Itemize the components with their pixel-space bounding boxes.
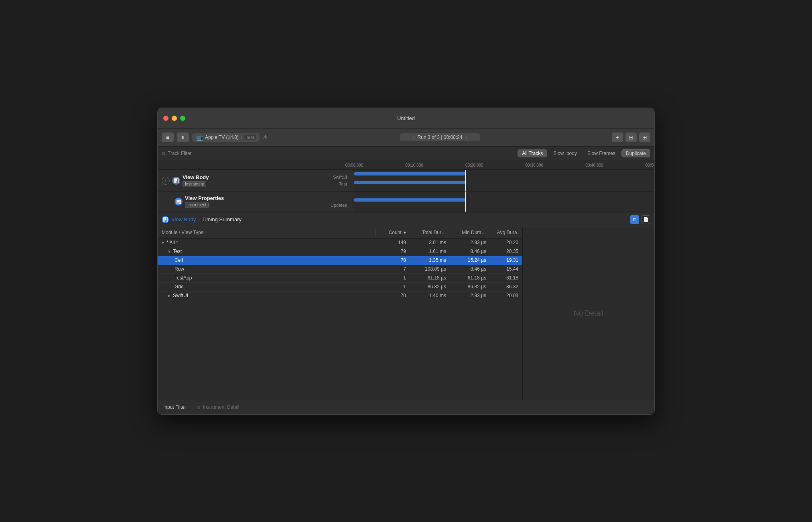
breadcrumb-parent[interactable]: View Body bbox=[171, 216, 196, 222]
col-module-header[interactable]: Module / View Type bbox=[162, 230, 373, 235]
avg-cell: 20.20 bbox=[486, 240, 518, 245]
playhead-2 bbox=[465, 192, 466, 212]
track-row-view-properties[interactable]: 📊 View Properties Instrument Updates bbox=[158, 192, 654, 212]
track-label-view-properties: 📊 View Properties Instrument Updates bbox=[158, 192, 354, 212]
table-row[interactable]: TestApp 1 61.18 µs 61.18 µs 61.18 bbox=[158, 274, 522, 283]
col-total-header[interactable]: Total Dur… bbox=[406, 230, 446, 235]
table-row[interactable]: ▶ Test 79 1.61 ms 8.46 µs 20.35 bbox=[158, 247, 522, 256]
view-body-name: View Body bbox=[183, 174, 209, 180]
table-body: ▶ * All * 149 3.01 ms 2.93 µs 20.20 ▶ Te… bbox=[158, 239, 522, 400]
ruler-mark-4: 00:40.000 bbox=[585, 163, 603, 167]
ruler-mark-1: 00:10.000 bbox=[405, 163, 423, 167]
min-cell: 8.46 µs bbox=[446, 266, 486, 272]
col-avg-header[interactable]: Avg Dura. bbox=[486, 230, 518, 235]
stop-button[interactable]: ■ bbox=[162, 133, 174, 142]
instrument-detail-icon: ⊜ bbox=[196, 404, 201, 410]
count-cell: 149 bbox=[378, 240, 406, 245]
instrument-detail-label: Instrument Detail bbox=[203, 404, 240, 410]
min-cell: 86.32 µs bbox=[446, 284, 486, 290]
avg-cell: 15.44 bbox=[486, 266, 518, 272]
traffic-lights bbox=[163, 116, 185, 121]
layout1-button[interactable]: ⊟ bbox=[625, 133, 637, 142]
filter-placeholder: Track Filter bbox=[168, 151, 192, 156]
breadcrumb-actions: E 📄 bbox=[630, 215, 650, 224]
row-label: ▶ SwiftUI bbox=[168, 293, 378, 298]
toolbar: ■ ⏸ 📺 Apple TV (14.0) › Test ⚠ ‹ Run 3 o… bbox=[158, 129, 654, 147]
row-label: ▶ * All * bbox=[162, 240, 378, 245]
run-right-arrow: › bbox=[465, 135, 467, 140]
table-header: Module / View Type Count ▾ Total Dur… Mi… bbox=[158, 227, 522, 239]
track-label-view-body: + 📊 View Body SwiftUI Instrument Test bbox=[158, 170, 354, 192]
view-body-bar-bottom bbox=[354, 181, 465, 184]
view-properties-timeline[interactable] bbox=[354, 192, 654, 212]
view-properties-updates: Updates bbox=[331, 203, 350, 208]
breadcrumb-current: Timing Summary bbox=[202, 216, 242, 222]
count-cell: 79 bbox=[378, 249, 406, 254]
ruler-mark-0: 00:00.000 bbox=[345, 163, 363, 167]
data-table: Module / View Type Count ▾ Total Dur… Mi… bbox=[158, 227, 523, 400]
close-button[interactable] bbox=[163, 116, 168, 121]
filter-circle-icon: ⊜ bbox=[162, 151, 166, 156]
add-track-icon[interactable]: + bbox=[162, 177, 170, 185]
row-label: TestApp bbox=[175, 275, 378, 281]
detail-panel: No Detail bbox=[523, 227, 654, 400]
device-label: Apple TV (14.0) bbox=[205, 135, 239, 140]
device-selector[interactable]: 📺 Apple TV (14.0) › Test bbox=[192, 133, 260, 142]
run-selector[interactable]: ‹ Run 3 of 3 | 00:00:24 › bbox=[400, 133, 480, 141]
test-label: Test bbox=[244, 135, 256, 140]
view-body-badge: Instrument bbox=[183, 181, 206, 187]
track-filter-input[interactable]: ⊜ Track Filter bbox=[162, 151, 514, 156]
ruler-mark-5: 00:50.000 bbox=[646, 163, 655, 167]
table-row[interactable]: ▶ SwiftUI 70 1.40 ms 2.93 µs 20.03 bbox=[158, 292, 522, 300]
row-label: ▶ Test bbox=[168, 249, 378, 254]
main-window: Untitled ■ ⏸ 📺 Apple TV (14.0) › Test ⚠ … bbox=[157, 108, 655, 415]
min-cell: 15.24 µs bbox=[446, 257, 486, 263]
warning-icon: ⚠ bbox=[263, 134, 268, 141]
col-divider bbox=[375, 229, 376, 236]
table-row-selected[interactable]: Cell 70 1.35 ms 15.24 µs 19.31 bbox=[158, 256, 522, 265]
expand-icon: ▶ bbox=[168, 294, 171, 298]
pause-button[interactable]: ⏸ bbox=[177, 133, 189, 142]
avg-cell: 61.18 bbox=[486, 275, 518, 281]
add-button[interactable]: + bbox=[612, 133, 623, 142]
min-cell: 2.93 µs bbox=[446, 240, 486, 245]
track-row-view-body[interactable]: + 📊 View Body SwiftUI Instrument Test bbox=[158, 170, 654, 192]
no-detail-label: No Detail bbox=[574, 309, 603, 318]
filter-bar: ⊜ Track Filter All Tracks Slow .body Slo… bbox=[158, 147, 654, 161]
row-label: Cell bbox=[175, 257, 378, 263]
table-row[interactable]: Row 7 108.09 µs 8.46 µs 15.44 bbox=[158, 265, 522, 274]
view-body-icon: 📊 bbox=[172, 177, 180, 185]
toolbar-right: + ⊟ ⊞ bbox=[612, 133, 650, 142]
min-cell: 2.93 µs bbox=[446, 293, 486, 298]
min-cell: 61.18 µs bbox=[446, 275, 486, 281]
min-cell: 8.46 µs bbox=[446, 249, 486, 254]
view-properties-bar bbox=[354, 198, 465, 202]
ruler-marks: 00:00.000 00:10.000 00:20.000 00:30.000 … bbox=[354, 161, 654, 169]
total-cell: 86.32 µs bbox=[406, 284, 446, 290]
layout2-button[interactable]: ⊞ bbox=[639, 133, 650, 142]
chevron-right-icon: › bbox=[241, 135, 242, 140]
minimize-button[interactable] bbox=[172, 116, 177, 121]
edit-button[interactable]: E bbox=[630, 215, 639, 224]
doc-icon: 📄 bbox=[643, 217, 649, 222]
row-label: Grid bbox=[175, 284, 378, 290]
slow-frames-button[interactable]: Slow Frames bbox=[583, 149, 620, 157]
duplicate-button[interactable]: Duplicate bbox=[621, 149, 650, 157]
col-count-header[interactable]: Count ▾ bbox=[378, 230, 406, 235]
doc-button[interactable]: 📄 bbox=[641, 215, 650, 224]
view-body-timeline[interactable] bbox=[354, 170, 654, 192]
col-min-header[interactable]: Min Dura… bbox=[446, 230, 486, 235]
instrument-detail-area: ⊜ Instrument Detail bbox=[192, 404, 244, 410]
input-filter-button[interactable]: Input Filter bbox=[158, 400, 192, 414]
maximize-button[interactable] bbox=[180, 116, 185, 121]
avg-cell: 20.03 bbox=[486, 293, 518, 298]
view-body-test: Test bbox=[339, 181, 350, 186]
all-tracks-button[interactable]: All Tracks bbox=[518, 149, 547, 157]
table-row[interactable]: ▶ * All * 149 3.01 ms 2.93 µs 20.20 bbox=[158, 239, 522, 247]
ruler-mark-2: 00:20.000 bbox=[465, 163, 483, 167]
view-properties-badge: Instrument bbox=[185, 202, 209, 208]
total-cell: 3.01 ms bbox=[406, 240, 446, 245]
timeline-ruler: 00:00.000 00:10.000 00:20.000 00:30.000 … bbox=[158, 161, 654, 170]
slow-body-button[interactable]: Slow .body bbox=[549, 149, 581, 157]
table-row[interactable]: Grid 1 86.32 µs 86.32 µs 86.32 bbox=[158, 283, 522, 292]
